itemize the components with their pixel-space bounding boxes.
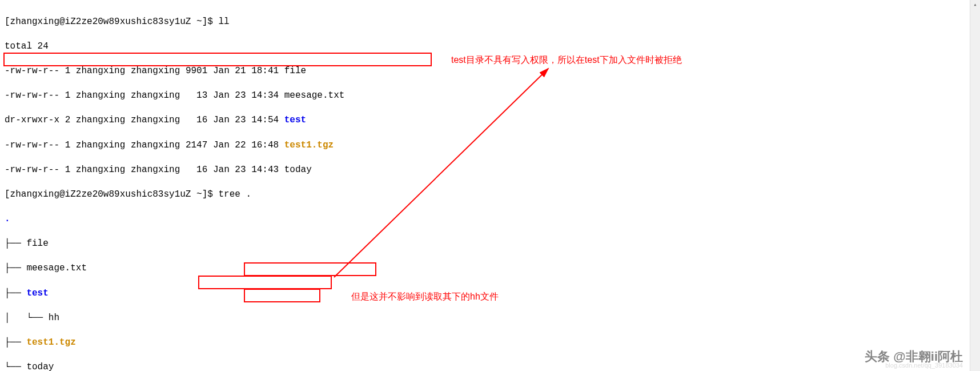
tree-item: ├── test1.tgz [5, 337, 975, 349]
ll-row: -rw-rw-r-- 1 zhangxing zhangxing 16 Jan … [5, 164, 975, 177]
ll-row: -rw-rw-r-- 1 zhangxing zhangxing 2147 Ja… [5, 139, 975, 152]
watermark-url: blog.csdn.net/qq_39183034 [885, 361, 963, 370]
tree-item: └── today [5, 361, 975, 371]
prompt: [zhangxing@iZ2ze20w89xushic83sy1uZ ~]$ [5, 189, 218, 200]
annotation-read-ok: 但是这并不影响到读取其下的hh文件 [351, 290, 499, 303]
ll-row: -rw-rw-r-- 1 zhangxing zhangxing 9901 Ja… [5, 65, 975, 78]
ll-row: -rw-rw-r-- 1 zhangxing zhangxing 13 Jan … [5, 90, 975, 102]
scrollbar[interactable]: ▴ [970, 0, 980, 371]
tree-item: ├── meesage.txt [5, 262, 975, 275]
tree-item: ├── file [5, 238, 975, 250]
command-tree: tree . [218, 189, 251, 200]
ll-total: total 24 [5, 41, 975, 53]
prompt: [zhangxing@iZ2ze20w89xushic83sy1uZ ~]$ [5, 17, 218, 27]
command-ll: ll [218, 17, 229, 27]
tree-dot: . [5, 213, 975, 226]
annotation-no-write-permission: test目录不具有写入权限，所以在test下加入文件时被拒绝 [451, 54, 682, 66]
ll-row: dr-xrwxr-x 2 zhangxing zhangxing 16 Jan … [5, 114, 975, 127]
tree-item: │ └── hh [5, 312, 975, 325]
scroll-up-icon[interactable]: ▴ [970, 0, 980, 10]
